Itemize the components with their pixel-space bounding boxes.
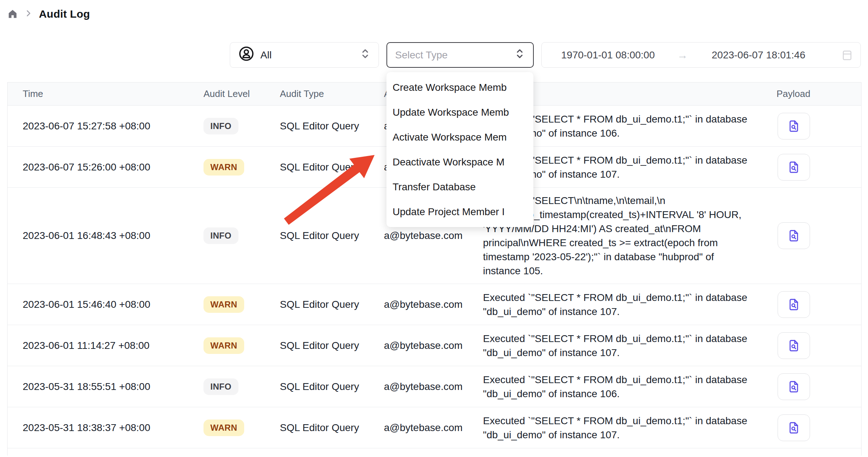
date-range-picker[interactable]: 1970-01-01 08:00:00 → 2023-06-07 18:01:4…: [541, 42, 861, 68]
type-filter-placeholder: Select Type: [395, 49, 448, 61]
cell-audit-type: SQL Editor Query: [280, 299, 384, 310]
cell-payload: [771, 222, 862, 249]
date-range-start: 1970-01-01 08:00:00: [561, 49, 655, 61]
cell-audit-type: SQL Editor Query: [280, 340, 384, 351]
type-dropdown-item[interactable]: Deactivate Workspace M: [386, 150, 533, 174]
cell-payload: [771, 154, 862, 181]
cell-audit-type: SQL Editor Query: [280, 230, 384, 241]
cell-audit-level: INFO: [203, 378, 280, 395]
home-icon[interactable]: [7, 9, 18, 19]
arrow-right-icon: →: [677, 49, 688, 61]
cell-comment: Executed `"SELECT * FROM db_ui_demo.t1;"…: [483, 326, 771, 365]
table-row: 2023-05-31 18:55:51 +08:00 INFO SQL Edit…: [8, 366, 861, 407]
document-search-icon: [787, 119, 801, 133]
audit-level-badge: INFO: [203, 378, 238, 395]
col-header-level: Audit Level: [203, 88, 280, 99]
document-search-icon: [787, 160, 801, 174]
col-header-payload: Payload: [771, 88, 862, 99]
cell-audit-level: WARN: [203, 420, 280, 436]
table-row: 2023-06-01 15:46:40 +08:00 WARN SQL Edit…: [8, 284, 861, 325]
cell-audit-level: WARN: [203, 296, 280, 313]
type-dropdown-item[interactable]: Update Project Member I: [386, 199, 533, 224]
col-header-time: Time: [23, 88, 203, 99]
table-row: 2023-05-31 18:38:37 +08:00 WARN SQL Edit…: [8, 407, 861, 448]
type-dropdown-item[interactable]: Create Workspace Memb: [386, 75, 533, 100]
table-row: 2023-06-01 11:14:27 +08:00 WARN SQL Edit…: [8, 325, 861, 366]
cell-audit-type: SQL Editor Query: [280, 161, 384, 173]
cell-audit-level: WARN: [203, 159, 280, 176]
chevron-up-down-icon: [514, 47, 525, 63]
view-payload-button[interactable]: [778, 154, 810, 181]
type-dropdown-item[interactable]: Update Workspace Memb: [386, 100, 533, 125]
view-payload-button[interactable]: [778, 414, 810, 441]
cell-actor: a@bytebase.com: [384, 422, 483, 434]
user-circle-icon: [238, 45, 255, 65]
view-payload-button[interactable]: [778, 291, 810, 318]
cell-audit-type: SQL Editor Query: [280, 120, 384, 132]
view-payload-button[interactable]: [778, 373, 810, 400]
col-header-type: Audit Type: [280, 88, 384, 99]
chevron-up-down-icon: [360, 47, 371, 63]
audit-level-badge: INFO: [203, 227, 238, 244]
type-filter-select[interactable]: Select Type: [386, 42, 534, 68]
cell-time: 2023-06-07 15:27:58 +08:00: [23, 120, 203, 132]
type-dropdown-item[interactable]: Transfer Database: [386, 174, 533, 199]
document-search-icon: [787, 421, 801, 435]
audit-level-badge: WARN: [203, 337, 244, 354]
page-title: Audit Log: [39, 8, 90, 20]
view-payload-button[interactable]: [778, 222, 810, 249]
actor-filter-select[interactable]: All: [230, 42, 379, 68]
cell-comment: Executed `"SELECT * FROM db_ui_demo.t1;"…: [483, 367, 771, 407]
audit-level-badge: INFO: [203, 118, 238, 134]
calendar-icon: [842, 49, 853, 61]
date-range-end: 2023-06-07 18:01:46: [712, 49, 805, 61]
cell-time: 2023-06-01 16:48:43 +08:00: [23, 230, 203, 241]
cell-payload: [771, 373, 862, 400]
cell-time: 2023-05-31 18:38:37 +08:00: [23, 422, 203, 434]
document-search-icon: [787, 380, 801, 394]
document-search-icon: [787, 298, 801, 311]
table-row-partial: [8, 448, 861, 456]
audit-level-badge: WARN: [203, 296, 244, 313]
actor-filter-value: All: [260, 49, 272, 61]
audit-level-badge: WARN: [203, 420, 244, 436]
cell-time: 2023-06-01 15:46:40 +08:00: [23, 299, 203, 310]
cell-audit-level: WARN: [203, 337, 280, 354]
cell-actor: a@bytebase.com: [384, 340, 483, 351]
cell-audit-type: SQL Editor Query: [280, 381, 384, 392]
breadcrumb: Audit Log: [7, 8, 90, 20]
cell-comment: Executed `"SELECT * FROM db_ui_demo.t1;"…: [483, 408, 771, 448]
cell-actor: a@bytebase.com: [384, 381, 483, 392]
cell-comment: Executed `"SELECT * FROM db_ui_demo.t1;"…: [483, 285, 771, 324]
cell-payload: [771, 291, 862, 318]
type-dropdown-item[interactable]: Activate Workspace Mem: [386, 125, 533, 150]
view-payload-button[interactable]: [778, 332, 810, 359]
cell-payload: [771, 113, 862, 139]
cell-actor: a@bytebase.com: [384, 299, 483, 310]
view-payload-button[interactable]: [778, 113, 810, 139]
cell-time: 2023-06-07 15:26:00 +08:00: [23, 161, 203, 173]
document-search-icon: [787, 339, 801, 352]
cell-time: 2023-05-31 18:55:51 +08:00: [23, 381, 203, 392]
cell-audit-level: INFO: [203, 227, 280, 244]
cell-audit-level: INFO: [203, 118, 280, 134]
audit-level-badge: WARN: [203, 159, 244, 176]
cell-payload: [771, 414, 862, 441]
chevron-right-icon: [24, 9, 33, 19]
cell-payload: [771, 332, 862, 359]
filter-bar: All Select Type 1970-01-01 08:00:00 → 20…: [230, 42, 861, 68]
cell-time: 2023-06-01 11:14:27 +08:00: [23, 340, 203, 351]
cell-audit-type: SQL Editor Query: [280, 422, 384, 434]
type-dropdown-menu: Create Workspace Memb Update Workspace M…: [386, 72, 533, 227]
document-search-icon: [787, 229, 801, 243]
cell-actor: a@bytebase.com: [384, 230, 483, 241]
